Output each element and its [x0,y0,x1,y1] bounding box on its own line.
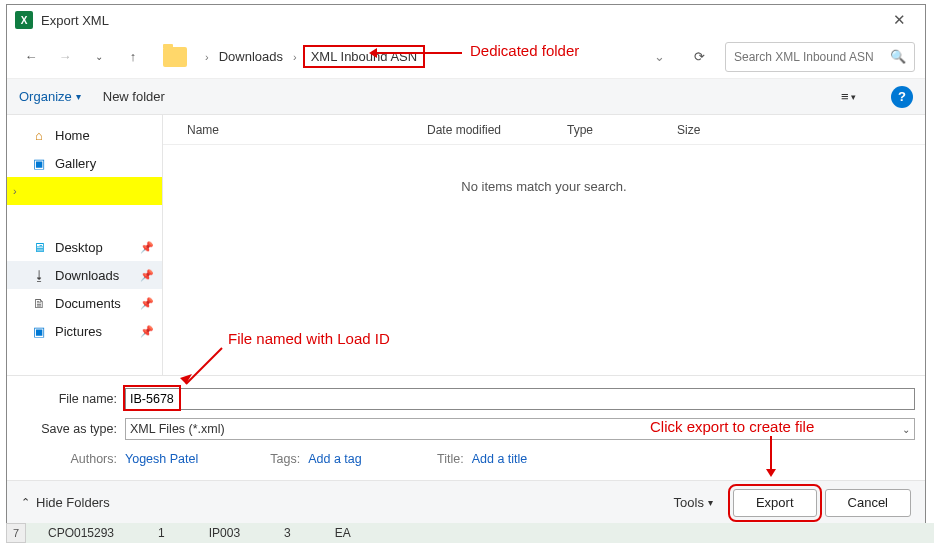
chevron-down-icon: ⌄ [902,424,910,435]
help-button[interactable]: ? [891,86,913,108]
sheet-cell: IP003 [187,526,262,540]
filename-label: File name: [17,392,125,406]
sidebar-item-downloads[interactable]: ⭳ Downloads 📌 [7,261,162,289]
pin-icon: 📌 [140,241,154,254]
pin-icon: 📌 [140,297,154,310]
chevron-down-icon: ▾ [708,497,713,508]
refresh-button[interactable]: ⟳ [685,43,713,71]
sidebar-item-gallery[interactable]: ▣ Gallery [7,149,162,177]
hide-folders-toggle[interactable]: ⌃ Hide Folders [21,495,110,510]
pin-icon: 📌 [140,325,154,338]
nav-back-button[interactable]: ← [17,43,45,71]
address-breadcrumb[interactable]: › Downloads › XML Inbound ASN ⌄ [197,41,679,73]
chevron-down-icon[interactable]: ⌄ [654,49,673,64]
gallery-icon: ▣ [31,155,47,171]
search-input[interactable] [734,50,884,64]
sidebar-item-pictures[interactable]: ▣ Pictures 📌 [7,317,162,345]
file-list-pane: Name Date modified Type Size No items ma… [163,115,925,375]
chevron-right-icon: › [13,185,17,197]
sidebar-item-redacted[interactable]: › [7,177,162,205]
excel-app-icon: X [15,11,33,29]
column-header-date[interactable]: Date modified [427,123,567,137]
title-value[interactable]: Add a title [472,452,528,466]
title-label: Title: [422,452,472,466]
export-button[interactable]: Export [733,489,817,517]
sheet-cell: EA [313,526,373,540]
saveastype-label: Save as type: [17,422,125,436]
sheet-row-number: 7 [6,523,26,543]
list-view-icon: ≡ [841,89,849,104]
tags-value[interactable]: Add a tag [308,452,362,466]
nav-forward-button[interactable]: → [51,43,79,71]
navigation-sidebar: ⌂ Home ▣ Gallery › 🖥 Desktop 📌 ⭳ Downloa… [7,115,163,375]
document-icon: 🗎 [31,295,47,311]
download-icon: ⭳ [31,267,47,283]
search-box[interactable]: 🔍 [725,42,915,72]
chevron-down-icon: ▾ [851,92,856,102]
column-header-name[interactable]: Name [187,123,427,137]
sidebar-item-desktop[interactable]: 🖥 Desktop 📌 [7,233,162,261]
column-header-type[interactable]: Type [567,123,677,137]
nav-recent-dropdown[interactable]: ⌄ [85,43,113,71]
cancel-button[interactable]: Cancel [825,489,911,517]
chevron-down-icon: ▾ [76,91,81,102]
window-title: Export XML [41,13,881,28]
view-options-button[interactable]: ≡ ▾ [841,87,869,107]
sheet-cell: CPO015293 [26,526,136,540]
chevron-right-icon: › [291,51,299,63]
sidebar-item-documents[interactable]: 🗎 Documents 📌 [7,289,162,317]
sheet-cell: 1 [136,526,187,540]
sidebar-item-home[interactable]: ⌂ Home [7,121,162,149]
authors-label: Authors: [17,452,125,466]
tools-menu[interactable]: Tools ▾ [674,495,713,510]
folder-icon [163,47,187,67]
tags-label: Tags: [258,452,308,466]
saveastype-dropdown[interactable]: XML Files (*.xml) ⌄ [125,418,915,440]
chevron-up-icon: ⌃ [21,496,30,509]
close-button[interactable]: ✕ [881,6,917,34]
crumb-target-folder[interactable]: XML Inbound ASN [303,45,425,68]
pin-icon: 📌 [140,269,154,282]
search-icon: 🔍 [890,49,906,64]
column-header-size[interactable]: Size [677,123,757,137]
crumb-downloads[interactable]: Downloads [215,47,287,66]
pictures-icon: ▣ [31,323,47,339]
home-icon: ⌂ [31,127,47,143]
desktop-icon: 🖥 [31,239,47,255]
chevron-right-icon: › [203,51,211,63]
empty-folder-message: No items match your search. [163,179,925,194]
organize-menu[interactable]: Organize ▾ [19,89,81,104]
filename-input[interactable] [125,388,915,410]
new-folder-button[interactable]: New folder [103,89,165,104]
authors-value[interactable]: Yogesh Patel [125,452,198,466]
nav-up-button[interactable]: ↑ [119,43,147,71]
sheet-cell: 3 [262,526,313,540]
